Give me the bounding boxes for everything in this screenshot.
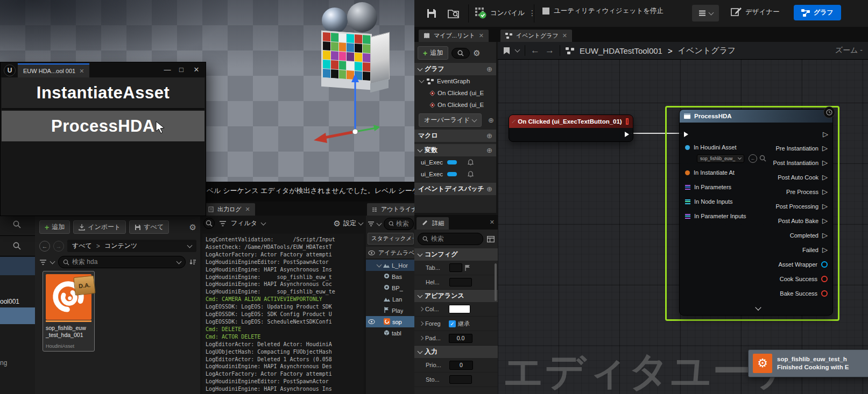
filter-icon[interactable] [368,221,375,226]
value-box[interactable] [449,278,472,286]
value-box[interactable] [449,263,462,272]
variable-item-1[interactable]: ui_Exec [414,156,496,168]
outliner-row-bp_[interactable]: BP_ [366,282,414,293]
euw-window-tab[interactable]: EUW HDA...ool 001 ✕ [18,63,89,77]
collapse-node-chevron[interactable] [755,304,761,310]
outliner-column-header[interactable]: アイテムラベ [366,247,414,259]
outliner-row-play[interactable]: Play [366,305,414,316]
node-output-pin[interactable]: Post Instantiation▷ [738,155,832,170]
checkbox-checked[interactable]: ✓ [449,320,456,327]
chevron-down-icon[interactable] [50,259,55,264]
outliner-row-bas[interactable]: Bas [366,271,414,282]
node-process-hda[interactable]: ProcessHDA ▷ In Houdini Asset sop_fishli… [679,109,833,316]
designer-mode-button[interactable]: デザイナー [731,6,780,17]
bell-icon[interactable] [468,171,474,177]
add-function-icon[interactable]: ⊕ [488,116,494,124]
breadcrumb[interactable]: すべて > コンテンツ [67,240,196,252]
sort-icon[interactable] [189,259,196,265]
color-swatch[interactable] [449,305,470,313]
nav-forward-button[interactable]: → [545,45,554,56]
chevron-down-icon[interactable] [177,259,182,264]
breadcrumb-content[interactable]: コンテンツ [104,241,137,250]
exec-input-pin[interactable] [684,132,688,137]
close-icon[interactable]: ✕ [245,206,250,213]
add-macro-icon[interactable]: ⊕ [486,132,492,140]
node-on-clicked[interactable]: On Clicked (ui_ExecTextButton_01) [509,114,633,142]
details-section-header[interactable]: コンフィグ [414,248,498,261]
stop-widget-button[interactable]: ユーティリティウィジェットを停止 [542,6,664,16]
minimize-button[interactable]: — [163,66,172,74]
node-output-pin[interactable]: Completed▷ [738,228,832,242]
euw-window[interactable]: U EUW HDA...ool 001 ✕ — □ ✕ InstantiateA… [0,62,206,216]
value-field[interactable]: 0 [449,361,473,370]
process-hda-button[interactable]: ProcessHDA [2,111,204,141]
close-icon[interactable]: ✕ [79,68,84,75]
maximize-button[interactable]: □ [177,66,186,74]
gear-icon[interactable]: ⚙ [473,49,480,57]
window-menu-button[interactable] [692,5,719,22]
eventgraph-item[interactable]: EventGraph [414,75,496,87]
instantiate-asset-button[interactable]: InstantiateAsset [2,77,204,110]
node-output-pin[interactable]: Pre Instantiation▷ [738,141,832,155]
details-row[interactable]: Pad...0.0 [414,331,498,346]
outliner-row-sop[interactable]: sop [366,316,414,327]
value-box[interactable] [449,375,472,384]
details-row[interactable]: Tab... [414,261,498,275]
filter-icon[interactable] [39,260,47,265]
delegate-pin[interactable] [626,118,629,125]
save-all-button[interactable]: すべて [129,220,169,234]
eye-icon[interactable] [368,319,375,324]
expander-icon[interactable] [419,307,424,311]
import-button[interactable]: インポート [73,220,126,234]
node-output-pin[interactable]: Post Processing▷ [738,199,832,213]
nav-back-button[interactable]: ← [531,45,540,56]
chevron-down-icon[interactable] [261,220,266,225]
details-row[interactable]: Hel... [414,275,498,290]
exec-output-pin[interactable] [625,132,629,137]
bookmark-icon[interactable] [503,47,510,55]
filter-icon[interactable] [219,221,227,226]
side-search-row-1[interactable] [0,214,35,236]
override-dropdown[interactable]: オーバーライド [419,113,482,127]
side-search-row-2[interactable] [0,235,35,256]
node-output-pin[interactable]: Cook Success [738,271,832,286]
houdini-asset-dropdown[interactable]: sop_fishlib_euw_ [697,154,744,163]
graph-mode-button[interactable]: グラフ [794,5,841,20]
collapsed-side-panel[interactable]: ool001 ng [0,214,36,394]
side-item-label[interactable]: ool001 [0,298,19,305]
node-input-pin[interactable]: In Parameter Inputs [685,213,746,219]
node-output-pin[interactable]: Bake Success [738,286,832,300]
variables-section-header[interactable]: 変数 ⊕ [414,144,496,156]
details-tab[interactable]: 詳細 [417,217,449,230]
details-section-header[interactable]: 入力 [414,346,498,358]
node-input-pin[interactable]: In Instantiate At [685,169,735,176]
node-input-pin[interactable]: In Houdini Asset [685,144,737,151]
blueprint-add-button[interactable]: + 追加 [418,46,448,60]
details-row[interactable]: Foreg✓継承 [414,317,498,331]
log-settings-button[interactable]: ⚙ 設定 [334,219,363,228]
expander-icon[interactable] [419,336,424,340]
bell-icon[interactable] [468,159,474,166]
details-row[interactable]: Col... [414,302,498,317]
breadcrumb-leaf[interactable]: イベントグラフ [678,46,736,56]
side-selected-row-2[interactable] [0,307,35,324]
settings-gear-icon[interactable]: ⚙ [189,223,196,231]
close-button[interactable]: ✕ [192,66,201,74]
side-item-label-2[interactable]: ng [0,359,7,367]
variable-item-2[interactable]: ui_Exec [414,168,496,180]
dispatchers-section-header[interactable]: イベントディスパッチ ⊕ [414,183,496,195]
breadcrumb-root[interactable]: EUW_HDATestTool001 [580,46,662,55]
close-icon[interactable]: ✕ [479,32,484,39]
node-output-pin[interactable]: Pre Process▷ [738,184,832,199]
node-input-pin[interactable]: In Node Inputs [685,198,733,205]
exec-output-pin-top[interactable]: ▷ [823,131,828,138]
details-search-input[interactable]: 検索 [418,233,483,245]
outliner-row-lan[interactable]: Lan [366,293,414,305]
chevron-down-icon[interactable] [377,220,382,226]
add-asset-button[interactable]: + 追加 [39,220,70,234]
details-scrollbar[interactable] [495,263,497,301]
browse-to-asset-button[interactable] [448,8,460,19]
display-options-icon[interactable] [487,236,495,242]
add-dispatcher-icon[interactable]: ⊕ [486,185,492,193]
save-asset-button[interactable] [426,8,437,19]
